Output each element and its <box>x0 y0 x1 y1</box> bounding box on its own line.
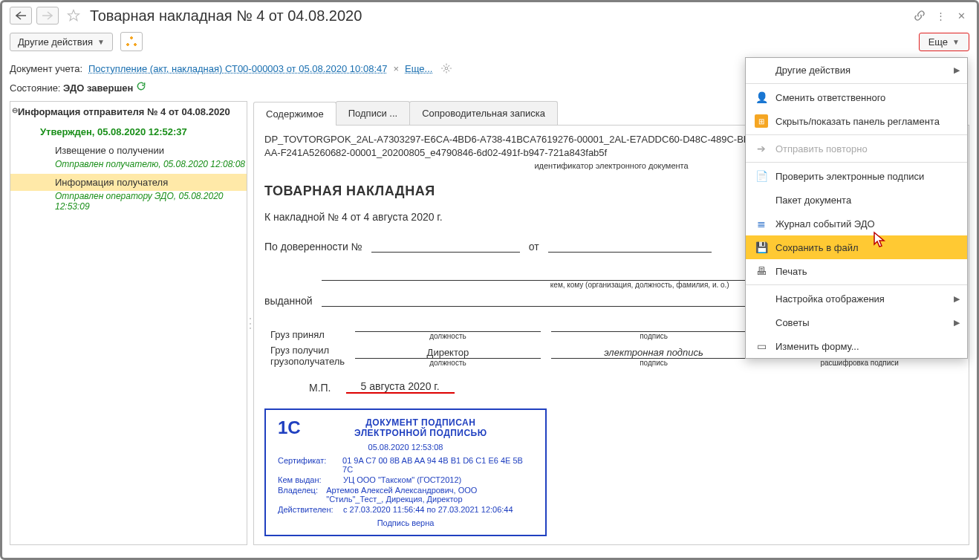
stamp-owner: Артемов Алексей Александрович, ООО "Стил… <box>326 486 533 504</box>
stamp-issued: УЦ ООО "Такском" (ГОСТ2012) <box>343 475 461 484</box>
menu-journal[interactable]: ≣ Журнал событий ЭДО <box>746 212 967 235</box>
tab-content[interactable]: Содержимое <box>253 102 336 126</box>
mp-row: М.П. 5 августа 2020 г. <box>264 380 958 394</box>
accept-signature <box>551 320 757 332</box>
menu-save-to-file[interactable]: 💾 Сохранить в файл <box>746 235 967 259</box>
svg-point-0 <box>446 67 449 70</box>
state-value: ЭДО завершен <box>63 82 133 94</box>
tree-root[interactable]: ⊖ Информация отправителя № 4 от 04.08.20… <box>10 102 247 122</box>
other-actions-label: Другие действия <box>18 36 93 48</box>
hierarchy-toggle-button[interactable] <box>120 32 143 51</box>
proxy-date-field <box>548 239 712 253</box>
proxy-number-field <box>371 239 520 253</box>
collapse-icon[interactable]: ⊖ <box>12 106 18 114</box>
menu-change-form[interactable]: ▭ Изменить форму... <box>746 334 967 358</box>
nav-forward-button[interactable] <box>36 7 59 25</box>
tree-status-1: Отправлен получателю, 05.08.2020 12:08:0… <box>10 159 247 174</box>
link-icon[interactable] <box>911 7 928 24</box>
tab-signatures[interactable]: Подписи ... <box>336 101 410 125</box>
tree-panel: ⊖ Информация отправителя № 4 от 04.08.20… <box>10 101 247 545</box>
toolbar: Другие действия ▼ Еще ▼ <box>2 29 977 59</box>
menu-print[interactable]: 🖶 Печать <box>746 259 967 283</box>
form-icon: ▭ <box>755 339 768 353</box>
other-actions-button[interactable]: Другие действия ▼ <box>10 33 113 51</box>
signature-stamp: 1C ДОКУМЕНТ ПОДПИСАН ЭЛЕКТРОННОЙ ПОДПИСЬ… <box>264 408 547 536</box>
more-button[interactable]: Еще ▼ <box>919 33 969 51</box>
received-signature: электронная подпись <box>551 347 757 359</box>
close-icon[interactable]: ✕ <box>953 7 969 24</box>
save-icon: 💾 <box>755 241 768 254</box>
state-label: Состояние: <box>10 82 60 94</box>
chevron-right-icon: ▶ <box>954 294 960 304</box>
hierarchy-icon <box>126 36 137 48</box>
cargo-received-label: Груз получил грузополучатель <box>266 343 349 368</box>
chevron-right-icon: ▶ <box>954 318 960 328</box>
menu-other-actions[interactable]: Другие действия ▶ <box>746 58 967 82</box>
menu-verify-signatures[interactable]: 📄 Проверить электронные подписи <box>746 164 967 188</box>
titlebar: Товарная накладная № 4 от 04.08.2020 ⋮ ✕ <box>2 2 977 29</box>
tab-cover-note[interactable]: Сопроводительная записка <box>409 101 558 125</box>
received-position: Директор <box>355 347 541 359</box>
blank-icon <box>755 316 768 329</box>
tree-item-recipient-info[interactable]: Информация получателя <box>10 174 247 191</box>
tree-item-notification[interactable]: Извещение о получении <box>10 142 247 159</box>
stamp-logo: 1C <box>278 417 301 438</box>
caret-down-icon: ▼ <box>97 38 105 46</box>
tree-root-label: Информация отправителя № 4 от 04.08.2020 <box>18 106 230 117</box>
doc-reference-label: Документ учета: <box>10 63 82 74</box>
sign-date: 5 августа 2020 г. <box>346 380 455 394</box>
hierarchy-icon: ⊞ <box>755 114 768 128</box>
more-label: Еще <box>928 36 948 48</box>
menu-toggle-panel[interactable]: ⊞ Скрыть/показать панель регламента <box>746 109 967 133</box>
favorite-star-icon[interactable] <box>66 8 81 23</box>
gear-icon[interactable] <box>438 60 455 76</box>
stamp-date: 05.08.2020 12:53:08 <box>278 443 533 452</box>
menu-package[interactable]: Пакет документа <box>746 188 967 212</box>
window-title: Товарная накладная № 4 от 04.08.2020 <box>90 7 907 25</box>
more-dropdown: Другие действия ▶ 👤 Сменить ответственно… <box>745 57 968 359</box>
document-check-icon: 📄 <box>755 169 768 183</box>
mp-label: М.П. <box>309 382 331 394</box>
arrow-right-icon: ➔ <box>755 142 768 155</box>
issued-label: выданной <box>264 295 313 307</box>
blank-icon <box>755 292 768 305</box>
blank-icon <box>755 193 768 206</box>
caret-down-icon: ▼ <box>952 38 960 46</box>
blank-icon <box>755 63 768 76</box>
cargo-accept-label: Груз принял <box>266 319 349 342</box>
app-window: Товарная накладная № 4 от 04.08.2020 ⋮ ✕… <box>0 0 979 560</box>
doc-reference-more-link[interactable]: Еще... <box>405 63 432 74</box>
proxy-label: По доверенности № <box>264 241 362 253</box>
menu-resend: ➔ Отправить повторно <box>746 137 967 160</box>
stamp-valid: с 27.03.2020 11:56:44 по 27.03.2021 12:0… <box>343 505 513 514</box>
stamp-cert: 01 9A C7 00 8B AB AA 94 4B B1 D6 C1 E6 4… <box>342 456 533 474</box>
tree-approved[interactable]: Утвержден, 05.08.2020 12:52:37 <box>10 122 247 142</box>
doc-reference-link[interactable]: Поступление (акт, накладная) СТ00-000003… <box>88 63 387 74</box>
menu-change-owner[interactable]: 👤 Сменить ответственного <box>746 85 967 109</box>
stamp-title: ДОКУМЕНТ ПОДПИСАН ЭЛЕКТРОННОЙ ПОДПИСЬЮ <box>308 417 533 438</box>
clear-reference-icon[interactable]: × <box>393 63 399 74</box>
user-swap-icon: 👤 <box>755 91 768 104</box>
menu-tips[interactable]: Советы ▶ <box>746 310 967 334</box>
nav-back-button[interactable] <box>10 7 32 25</box>
accept-position <box>355 320 541 332</box>
kebab-menu-icon[interactable]: ⋮ <box>932 7 949 24</box>
refresh-icon[interactable] <box>136 82 146 94</box>
splitter[interactable]: ⋮ <box>247 101 253 545</box>
print-icon: 🖶 <box>755 264 768 278</box>
journal-icon: ≣ <box>755 217 768 230</box>
from-label: от <box>529 241 539 253</box>
tree-status-2: Отправлен оператору ЭДО, 05.08.2020 12:5… <box>10 191 247 216</box>
stamp-footer: Подпись верна <box>278 518 533 527</box>
menu-display-settings[interactable]: Настройка отображения ▶ <box>746 287 967 310</box>
chevron-right-icon: ▶ <box>954 65 960 75</box>
